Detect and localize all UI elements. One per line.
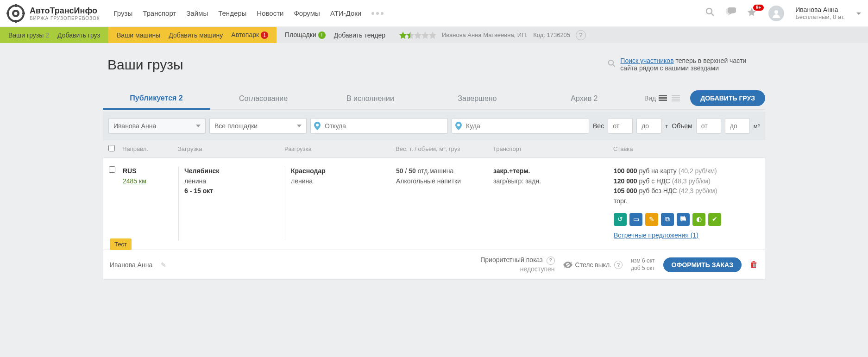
add-cargo-button[interactable]: ДОБАВИТЬ ГРУЗ xyxy=(690,90,765,106)
copy-icon[interactable]: ⧉ xyxy=(661,213,674,226)
distance-link[interactable]: 2485 км xyxy=(123,177,146,185)
weight-to-input[interactable] xyxy=(636,118,661,134)
load-street: ленина xyxy=(184,176,285,187)
user-info[interactable]: Иванова Анна Бесплатный, 0 ат. xyxy=(795,6,845,20)
toggle-icon[interactable]: ◐ xyxy=(692,213,705,226)
svg-line-12 xyxy=(613,65,615,67)
svg-rect-3 xyxy=(15,4,17,7)
svg-rect-18 xyxy=(672,99,680,100)
date-added: доб 5 окт xyxy=(631,265,654,272)
subnav-platforms-badge: ! xyxy=(318,31,326,39)
col-trans: Транспорт xyxy=(493,145,613,152)
logo-icon xyxy=(6,4,25,23)
search-icon[interactable] xyxy=(705,7,715,19)
tab-archive[interactable]: Архив 2 xyxy=(531,88,638,108)
filter-user-select[interactable]: Иванова Анна xyxy=(108,118,206,134)
svg-rect-4 xyxy=(15,20,17,23)
rating-stars[interactable] xyxy=(399,31,436,39)
subnav-your-cargo[interactable]: Ваши грузы xyxy=(8,31,44,39)
notifications-badge: 9+ xyxy=(753,5,764,11)
nav-cargo[interactable]: Грузы xyxy=(114,9,133,17)
logo[interactable]: АвтоТрансИнфо БИРЖА ГРУЗОПЕРЕВОЗОК xyxy=(6,4,100,23)
subnav-add-cargo[interactable]: Добавить груз xyxy=(57,31,100,39)
weight-a: 50 xyxy=(396,167,403,175)
comment-icon[interactable]: ▭ xyxy=(629,213,642,226)
rate1-t: руб на карту xyxy=(637,167,679,175)
topbar: АвтоТрансИнфо БИРЖА ГРУЗОПЕРЕВОЗОК Грузы… xyxy=(0,0,868,27)
load-city: Челябинск xyxy=(184,166,285,176)
volume-to-input[interactable] xyxy=(725,118,750,134)
svg-rect-5 xyxy=(6,13,9,14)
hint-box: Поиск участников теперь в верхней части … xyxy=(608,57,761,72)
volume-from-input[interactable] xyxy=(696,118,721,134)
chat-icon[interactable] xyxy=(726,7,736,19)
topbar-right: 9+ Иванова Анна Бесплатный, 0 ат. xyxy=(705,6,862,21)
rate2-b: 120 000 xyxy=(614,177,637,185)
refresh-icon[interactable]: ↺ xyxy=(614,213,627,226)
subnav-your-cargo-count: 2 xyxy=(45,31,49,39)
stealth-help-icon[interactable]: ? xyxy=(614,261,623,269)
nav-forums[interactable]: Форумы xyxy=(294,9,320,17)
svg-point-7 xyxy=(706,8,712,14)
svg-rect-6 xyxy=(22,13,25,14)
edit-icon[interactable]: ✎ xyxy=(645,213,658,226)
priority-help-icon[interactable]: ? xyxy=(547,257,555,265)
hint-link[interactable]: Поиск участников xyxy=(620,57,673,64)
shield-icon[interactable]: ✔ xyxy=(708,213,721,226)
transport-tail: загр/выгр: задн. xyxy=(493,176,614,187)
nav-news[interactable]: Новости xyxy=(257,9,283,17)
nav-loans[interactable]: Займы xyxy=(186,9,208,17)
edit-owner-icon[interactable]: ✎ xyxy=(161,261,166,269)
chevron-down-icon[interactable] xyxy=(856,10,862,17)
nav-docs[interactable]: АТИ-Доки xyxy=(330,9,361,17)
subnav-autopark-badge: 1 xyxy=(261,31,268,39)
avatar[interactable] xyxy=(768,6,784,21)
subnav-your-vehicles[interactable]: Ваши машины xyxy=(117,31,160,39)
truck-icon[interactable]: ⛟ xyxy=(677,213,690,226)
svg-line-8 xyxy=(711,13,714,16)
from-input[interactable] xyxy=(310,118,448,134)
svg-rect-16 xyxy=(672,95,680,96)
rate3-m: (42,3 руб/км) xyxy=(679,187,717,194)
subnav-platforms[interactable]: Площадки xyxy=(285,31,316,38)
help-icon[interactable]: ? xyxy=(576,30,586,40)
col-dir: Направл. xyxy=(122,145,178,152)
rate1-m: (40,2 руб/км) xyxy=(679,167,717,175)
to-input[interactable] xyxy=(452,118,589,134)
filter-row: Иванова Анна Все площадки Вес т Объем м³ xyxy=(103,112,765,140)
tab-agree[interactable]: Согласование xyxy=(210,88,317,108)
subnav-add-vehicle[interactable]: Добавить машину xyxy=(169,31,223,39)
subnav-add-tender[interactable]: Добавить тендер xyxy=(334,31,385,39)
nav-tenders[interactable]: Тендеры xyxy=(218,9,246,17)
svg-rect-19 xyxy=(672,100,680,101)
pin-icon xyxy=(314,122,321,130)
row-checkbox[interactable] xyxy=(109,166,115,173)
subnav-autopark[interactable]: Автопарк xyxy=(231,31,259,38)
select-all-checkbox[interactable] xyxy=(108,145,115,151)
tab-publish[interactable]: Публикуется 2 xyxy=(103,88,210,110)
load-dates: 6 - 15 окт xyxy=(184,186,285,196)
weight-from-input[interactable] xyxy=(608,118,633,134)
tab-inwork[interactable]: В исполнении xyxy=(317,88,424,108)
weight-tail: отд.машина xyxy=(418,167,453,175)
date-changed: изм 6 окт xyxy=(631,257,654,265)
nav-transport[interactable]: Транспорт xyxy=(143,9,176,17)
transport-type: закр.+терм. xyxy=(493,166,614,176)
cargo-type: Алкогольные напитки xyxy=(396,176,493,187)
user-name: Иванова Анна xyxy=(795,6,845,13)
view-compact-icon[interactable] xyxy=(672,95,680,101)
view-list-icon[interactable] xyxy=(659,95,667,101)
delete-icon[interactable]: 🗑 xyxy=(750,260,758,269)
subnav: Ваши грузы2 Добавить груз Ваши машины До… xyxy=(0,27,868,43)
grid-head: Направл. Загрузка Разгрузка Вес, т. / об… xyxy=(103,140,765,157)
counter-offers-link[interactable]: Встречные предложения (1) xyxy=(614,231,698,241)
priority-val: недоступен xyxy=(520,265,555,273)
profile-name[interactable]: Иванова Анна Матвеевна, ИП. xyxy=(442,31,528,38)
tabs-row: Публикуется 2 Согласование В исполнении … xyxy=(103,88,765,110)
notifications-icon[interactable]: 9+ xyxy=(747,7,757,19)
nav-more-icon[interactable] xyxy=(371,9,384,17)
eye-off-icon[interactable] xyxy=(563,262,572,268)
order-button[interactable]: ОФОРМИТЬ ЗАКАЗ xyxy=(663,257,742,272)
filter-platform-select[interactable]: Все площадки xyxy=(209,118,307,134)
tab-done[interactable]: Завершено xyxy=(424,88,531,108)
